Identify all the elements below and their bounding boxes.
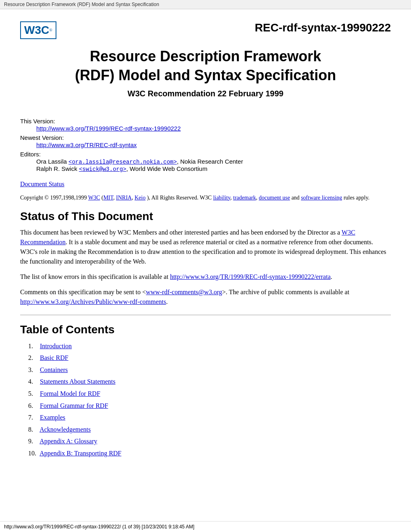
copyright-trailing: rules apply. bbox=[342, 195, 369, 201]
editor1-affiliation: , Nokia Research Center bbox=[177, 158, 243, 165]
editor2-affiliation: , World Wide Web Consortium bbox=[127, 165, 208, 172]
copyright-paren-close: ), All Rights Reserved. W3C bbox=[145, 195, 213, 201]
toc-link-1[interactable]: Introduction bbox=[40, 343, 72, 349]
newest-version-value: http://www.w3.org/TR/REC-rdf-syntax bbox=[20, 141, 391, 148]
toc-item: 7. Examples bbox=[28, 412, 391, 423]
editor1: Ora Lassila <ora.lassila@research.nokia.… bbox=[36, 158, 391, 165]
toc-item: 10. Appendix B: Transporting RDF bbox=[28, 448, 391, 459]
rec-identifier: REC-rdf-syntax-19990222 bbox=[255, 17, 391, 34]
w3c-recommendation-link[interactable]: W3C Recommendation bbox=[20, 229, 355, 245]
editor1-email-link[interactable]: <ora.lassila@research.nokia.com> bbox=[68, 158, 177, 165]
copyright-section: Copyright © 1997,1998,1999 W3C (MIT, INR… bbox=[20, 193, 391, 202]
newest-version-link[interactable]: http://www.w3.org/TR/REC-rdf-syntax bbox=[36, 141, 137, 148]
toc-num: 2. bbox=[28, 353, 38, 363]
editor2: Ralph R. Swick <swick@w3.org>, World Wid… bbox=[36, 165, 391, 172]
editors-label: Editors: bbox=[20, 151, 41, 158]
this-version-link[interactable]: http://www.w3.org/TR/1999/REC-rdf-syntax… bbox=[36, 125, 181, 132]
editor2-name: Ralph R. Swick bbox=[36, 165, 79, 172]
toc-link-8[interactable]: Acknowledgements bbox=[39, 426, 91, 433]
inria-link[interactable]: INRIA bbox=[116, 195, 132, 201]
document-status-link-container: Document Status bbox=[20, 181, 391, 188]
copyright-comma3: , bbox=[230, 195, 233, 201]
status-section-heading: Status of This Document bbox=[20, 210, 391, 223]
newest-version-label: Newest Version: bbox=[20, 134, 64, 141]
editors-row: Editors: Ora Lassila <ora.lassila@resear… bbox=[20, 151, 391, 172]
this-version-label: This Version: bbox=[20, 118, 55, 125]
w3c-copyright-link[interactable]: W3C bbox=[88, 195, 100, 201]
toc-item: 8. Acknowledgements bbox=[28, 424, 391, 435]
editors-value: Ora Lassila <ora.lassila@research.nokia.… bbox=[20, 158, 391, 172]
toc-link-10[interactable]: Appendix B: Transporting RDF bbox=[39, 450, 121, 457]
editor1-name: Ora Lassila bbox=[36, 158, 68, 165]
browser-tab-title: Resource Description Framework (RDF) Mod… bbox=[0, 0, 411, 9]
toc-item: 3. Containers bbox=[28, 365, 391, 375]
toc-link-3[interactable]: Containers bbox=[40, 366, 68, 373]
toc-num: 4. bbox=[28, 376, 38, 387]
this-version-row: This Version: http://www.w3.org/TR/1999/… bbox=[20, 118, 391, 132]
section-divider bbox=[20, 315, 391, 315]
toc-num: 8. bbox=[28, 424, 38, 435]
newest-version-row: Newest Version: http://www.w3.org/TR/REC… bbox=[20, 134, 391, 148]
toc-link-2[interactable]: Basic RDF bbox=[40, 354, 68, 361]
status-bar: http://www.w3.org/TR/1999/REC-rdf-syntax… bbox=[0, 521, 411, 532]
w3c-logo-text: W3C bbox=[24, 24, 49, 36]
toc-item: 4. Statements About Statements bbox=[28, 376, 391, 387]
w3c-registered-mark: ® bbox=[49, 28, 52, 32]
copyright-before: Copyright © 1997,1998,1999 bbox=[20, 195, 88, 201]
toc-num: 7. bbox=[28, 412, 38, 423]
status-paragraph3: Comments on this specification may be se… bbox=[20, 287, 391, 307]
editor1-email: <ora.lassila@research.nokia.com> bbox=[68, 159, 177, 165]
copyright-and: and bbox=[290, 195, 301, 201]
toc-link-5[interactable]: Formal Model for RDF bbox=[40, 390, 100, 397]
toc-link-6[interactable]: Formal Grammar for RDF bbox=[40, 402, 108, 409]
mit-link[interactable]: MIT bbox=[103, 195, 113, 201]
w3c-logo: W3C® bbox=[20, 21, 56, 39]
toc-num: 10. bbox=[28, 448, 38, 459]
toc-num: 9. bbox=[28, 436, 38, 447]
toc-list: 1. Introduction2. Basic RDF3. Containers… bbox=[20, 341, 391, 459]
docuse-link[interactable]: document use bbox=[259, 195, 290, 201]
toc-num: 1. bbox=[28, 341, 38, 351]
meta-section: This Version: http://www.w3.org/TR/1999/… bbox=[20, 118, 391, 172]
archive-link[interactable]: http://www.w3.org/Archives/Public/www-rd… bbox=[20, 298, 166, 305]
softlicense-link[interactable]: software licensing bbox=[301, 195, 342, 201]
toc-item: 6. Formal Grammar for RDF bbox=[28, 401, 391, 411]
toc-num: 5. bbox=[28, 389, 38, 399]
document-status-link[interactable]: Document Status bbox=[20, 181, 64, 187]
keio-link[interactable]: Keio bbox=[135, 195, 145, 201]
document-subtitle: W3C Recommendation 22 February 1999 bbox=[20, 89, 391, 98]
editor2-email: <swick@w3.org> bbox=[79, 166, 127, 172]
toc-link-7[interactable]: Examples bbox=[40, 414, 65, 421]
toc-item: 5. Formal Model for RDF bbox=[28, 389, 391, 399]
header-area: W3C® REC-rdf-syntax-19990222 bbox=[20, 17, 391, 39]
this-version-value: http://www.w3.org/TR/1999/REC-rdf-syntax… bbox=[20, 125, 391, 132]
editor2-email-link[interactable]: <swick@w3.org> bbox=[79, 165, 127, 172]
toc-item: 1. Introduction bbox=[28, 341, 391, 351]
toc-num: 6. bbox=[28, 401, 38, 411]
toc-link-9[interactable]: Appendix A: Glossary bbox=[39, 438, 97, 445]
toc-link-4[interactable]: Statements About Statements bbox=[40, 378, 116, 385]
toc-heading: Table of Contents bbox=[20, 323, 391, 336]
rdf-comments-link[interactable]: www-rdf-comments@w3.org bbox=[146, 289, 222, 295]
trademark-link[interactable]: trademark bbox=[233, 195, 256, 201]
toc-num: 3. bbox=[28, 365, 38, 375]
document-title: Resource Description Framework (RDF) Mod… bbox=[20, 47, 391, 85]
status-paragraph2: The list of know errors in this specific… bbox=[20, 272, 391, 282]
copyright-comma1: , bbox=[113, 195, 116, 201]
status-paragraph1: This document has been reviewed by W3C M… bbox=[20, 228, 391, 266]
liability-link[interactable]: liability bbox=[213, 195, 230, 201]
copyright-comma2: , bbox=[132, 195, 135, 201]
toc-item: 9. Appendix A: Glossary bbox=[28, 436, 391, 447]
errata-link[interactable]: http://www.w3.org/TR/1999/REC-rdf-syntax… bbox=[170, 273, 331, 280]
toc-item: 2. Basic RDF bbox=[28, 353, 391, 363]
